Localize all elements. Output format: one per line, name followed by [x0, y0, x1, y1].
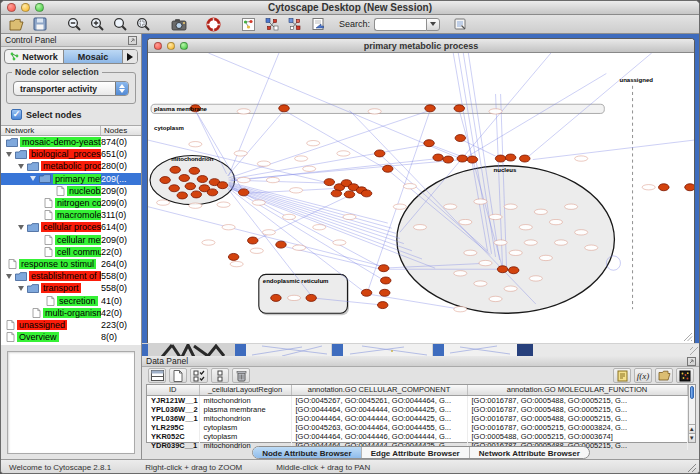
graph-node[interactable] [248, 237, 258, 244]
graph-node[interactable] [361, 190, 371, 197]
import-attributes-button[interactable] [655, 368, 673, 383]
graph-node[interactable] [377, 302, 387, 309]
network-window-titlebar[interactable]: primary metabolic process [148, 39, 694, 53]
tree-row[interactable]: Overview8(0) [1, 331, 141, 343]
graph-node[interactable] [228, 253, 238, 260]
table-column-header[interactable]: annotation.GO MOLECULAR_FUNCTION [467, 385, 687, 395]
attribute-table-button[interactable] [148, 368, 166, 383]
save-session-button[interactable] [28, 16, 51, 33]
graph-node[interactable] [169, 185, 179, 192]
tree-row[interactable]: transport558(0) [1, 282, 141, 294]
graph-node[interactable] [217, 182, 227, 189]
graph-node[interactable] [177, 192, 187, 199]
annotation-button[interactable] [306, 16, 329, 33]
graph-node[interactable] [374, 150, 384, 157]
graph-node[interactable] [306, 294, 316, 301]
search-input[interactable] [374, 18, 426, 31]
select-attributes-button[interactable] [190, 368, 208, 383]
float-panel-icon[interactable] [128, 36, 137, 45]
tab-network-attribute-browser[interactable]: Network Attribute Browser [470, 447, 589, 458]
graph-node[interactable] [425, 105, 435, 112]
table-row[interactable]: YPL036W__1mitochondrion[GO:0044464, GO:0… [147, 414, 687, 423]
new-attribute-button[interactable] [169, 368, 187, 383]
graph-node[interactable] [520, 155, 530, 162]
table-row[interactable]: YLR295Ccytoplasm[GO:0045263, GO:0044464,… [147, 423, 687, 432]
zoom-in-button[interactable] [86, 16, 109, 33]
table-column-header[interactable]: ID [147, 385, 199, 395]
tree-row[interactable]: mosaic-demo-yeast874(0) [1, 136, 141, 148]
float-panel-icon[interactable] [687, 357, 696, 366]
tab-edge-attribute-browser[interactable]: Edge Attribute Browser [362, 447, 470, 458]
table-row[interactable]: YKR052Ccytoplasm[GO:0044464, GO:0044446,… [147, 432, 687, 441]
snapshot-button[interactable] [167, 16, 190, 33]
label-button[interactable] [613, 368, 631, 383]
graph-node[interactable] [170, 166, 180, 173]
tree-expand-icon[interactable] [6, 152, 12, 157]
tree-row[interactable]: multi-organism pro42(0) [1, 307, 141, 319]
graph-node[interactable] [685, 184, 694, 191]
tree-row[interactable]: nucleobase-209(0) [1, 185, 141, 197]
tab-mosaic[interactable]: Mosaic [63, 50, 123, 63]
graph-node[interactable] [276, 241, 286, 248]
matrix-view-button[interactable] [676, 368, 694, 383]
apply-vizmap-button[interactable] [283, 16, 306, 33]
graph-node[interactable] [207, 189, 217, 196]
graph-node[interactable] [191, 191, 201, 198]
open-file-button[interactable] [5, 16, 28, 33]
graph-node[interactable] [433, 154, 443, 161]
graph-node[interactable] [189, 167, 199, 174]
graph-node[interactable] [238, 189, 248, 196]
graph-node[interactable] [383, 165, 393, 172]
zoom-fit-button[interactable] [109, 16, 132, 33]
function-builder-button[interactable]: f(x) [634, 368, 652, 383]
tab-network[interactable]: Network [5, 50, 63, 63]
graph-node[interactable] [324, 179, 334, 186]
scroll-up-button[interactable]: ▲ [689, 424, 696, 433]
scrollbar-thumb[interactable] [690, 386, 695, 399]
select-nodes-checkbox[interactable]: ✓ [11, 109, 22, 120]
tree-row[interactable]: secretion41(0) [1, 294, 141, 306]
tree-row[interactable]: primary metabol209(... [1, 173, 141, 185]
tree-expand-icon[interactable] [6, 274, 12, 279]
zoom-selected-button[interactable] [132, 16, 155, 33]
search-dropdown-button[interactable] [426, 18, 440, 31]
graph-node[interactable] [455, 135, 465, 142]
graph-node[interactable] [379, 289, 389, 296]
zoom-out-button[interactable] [63, 16, 86, 33]
tree-row[interactable]: metabolic process280(0) [1, 160, 141, 172]
graph-node[interactable] [457, 155, 467, 162]
graph-node[interactable] [185, 183, 195, 190]
tree-row[interactable]: establishment of lo558(0) [1, 270, 141, 282]
graph-node[interactable] [454, 105, 464, 112]
birds-eye-view[interactable] [7, 351, 135, 454]
graph-node[interactable] [424, 140, 434, 147]
tree-row[interactable]: cell communicat22(0) [1, 246, 141, 258]
tab-node-attribute-browser[interactable]: Node Attribute Browser [253, 447, 362, 458]
graph-node[interactable] [344, 191, 354, 198]
search-options-button[interactable] [448, 16, 471, 33]
node-color-attribute-select[interactable]: transporter activity [13, 81, 129, 96]
help-button[interactable] [202, 16, 225, 33]
tree-row[interactable]: cellular metabo209(0) [1, 234, 141, 246]
graph-node[interactable] [443, 156, 453, 163]
graph-node[interactable] [271, 294, 281, 301]
tree-column-network[interactable]: Network [1, 126, 101, 135]
tree-expand-icon[interactable] [18, 164, 24, 169]
graph-node[interactable] [505, 154, 515, 161]
graph-node[interactable] [179, 175, 189, 182]
graph-node[interactable] [497, 266, 507, 273]
graph-node[interactable] [381, 277, 391, 284]
tree-row[interactable]: response to stimul264(0) [1, 258, 141, 270]
app-titlebar[interactable]: Cytoscape Desktop (New Session) [1, 1, 699, 15]
tree-column-nodes[interactable]: Nodes [101, 126, 141, 135]
tree-row[interactable]: nitrogen compo209(0) [1, 197, 141, 209]
table-row[interactable]: YPL036W__2plasma membrane[GO:0044464, GO… [147, 405, 687, 414]
tree-expand-icon[interactable] [18, 225, 24, 230]
tabs-overflow-button[interactable] [123, 50, 137, 63]
unselect-attributes-button[interactable] [211, 368, 229, 383]
resize-grip-icon[interactable] [682, 331, 693, 342]
tree-expand-icon[interactable] [18, 286, 24, 291]
delete-attribute-button[interactable] [232, 368, 250, 383]
scroll-down-button[interactable]: ▼ [689, 433, 696, 442]
graph-node[interactable] [331, 190, 341, 197]
